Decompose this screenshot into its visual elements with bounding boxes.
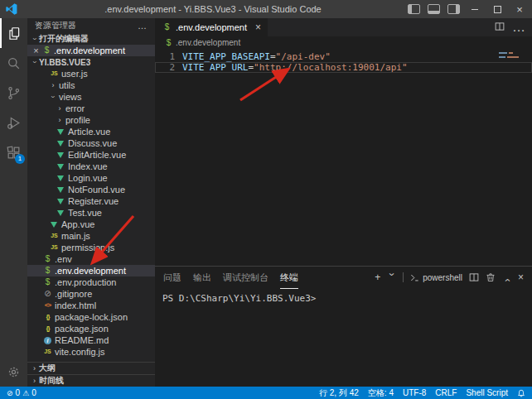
chevron-right-icon: › <box>30 377 39 385</box>
source-control-icon[interactable] <box>0 78 27 108</box>
tree-file-Test.vue[interactable]: Test.vue <box>27 207 155 219</box>
timeline-label: 时间线 <box>39 375 64 387</box>
tree-item-label: error <box>65 103 85 113</box>
tree-folder-views[interactable]: ›views <box>27 91 155 103</box>
timeline-section[interactable]: › 时间线 <box>27 374 155 387</box>
code-editor[interactable]: 1VITE_APP_BASEAPI="/api-dev"2VITE_APP_UR… <box>155 49 532 266</box>
explorer-icon[interactable] <box>0 18 27 48</box>
breadcrumb[interactable]: $ .env.development <box>155 36 532 49</box>
editor-group: $ .env.development × … $ .env.developmen… <box>155 18 532 387</box>
tree-item-label: Article.vue <box>68 127 110 137</box>
breadcrumb-item[interactable]: .env.development <box>176 38 240 47</box>
tree-file-App.vue[interactable]: App.vue <box>27 219 155 230</box>
run-debug-icon[interactable] <box>0 108 27 137</box>
indentation[interactable]: 空格: 4 <box>368 387 394 399</box>
code-line-2[interactable]: 2VITE_APP_URL="http://localhost:19001/ap… <box>155 62 532 73</box>
tree-item-label: Discuss.vue <box>68 138 117 148</box>
code-line-1[interactable]: 1VITE_APP_BASEAPI="/api-dev" <box>155 51 532 62</box>
tree-item-label: package.json <box>55 324 109 334</box>
tree-file-package-lock.json[interactable]: {}package-lock.json <box>27 311 155 323</box>
env-file-icon: $ <box>42 254 53 264</box>
language-mode[interactable]: Shell Script <box>466 388 508 397</box>
tree-item-label: Login.vue <box>68 173 108 183</box>
code-lines: 1VITE_APP_BASEAPI="/api-dev"2VITE_APP_UR… <box>155 51 532 73</box>
extensions-icon[interactable]: 1 <box>0 137 27 167</box>
panel-tab-调试控制台[interactable]: 调试控制台 <box>223 267 268 289</box>
chevron-right-icon: › <box>30 364 39 373</box>
settings-gear-icon[interactable] <box>0 357 27 387</box>
close-window-button[interactable]: × <box>512 1 527 17</box>
tree-file-Article.vue[interactable]: Article.vue <box>27 126 155 137</box>
chevron-down-icon: › <box>49 93 57 101</box>
more-editor-actions-icon[interactable]: … <box>512 20 525 35</box>
env-value: "http://localhost:19001/api" <box>254 62 407 73</box>
sidebar-more-actions-icon[interactable]: … <box>138 21 148 31</box>
terminal-dropdown-icon[interactable]: › <box>386 273 398 282</box>
sidebar-header: 资源管理器 … <box>27 18 155 33</box>
terminal-output[interactable]: PS D:\CSharp\Yi\Yi.BBS.Vue3> <box>155 288 532 387</box>
tree-item-label: vite.config.js <box>55 347 105 357</box>
open-editor-item-env-development[interactable]: × $ .env.development <box>27 45 155 56</box>
search-icon[interactable] <box>0 48 27 78</box>
tree-item-label: package-lock.json <box>55 312 128 322</box>
tab-env-development[interactable]: $ .env.development × <box>155 18 268 36</box>
tree-file-README.md[interactable]: iREADME.md <box>27 334 155 346</box>
minimap[interactable] <box>499 52 527 60</box>
tree-file-vite.config.js[interactable]: JSvite.config.js <box>27 346 155 358</box>
kill-terminal-icon[interactable] <box>486 272 496 282</box>
tree-folder-profile[interactable]: ›profile <box>27 114 155 126</box>
eol[interactable]: CRLF <box>435 388 457 397</box>
open-editor-label: .env.development <box>54 46 125 55</box>
notifications-bell-icon[interactable] <box>517 389 525 397</box>
tree-folder-utils[interactable]: ›utils <box>27 79 155 91</box>
tree-file-index.html[interactable]: <>index.html <box>27 300 155 311</box>
tree-file-EditArticle.vue[interactable]: EditArticle.vue <box>27 149 155 161</box>
close-editor-icon[interactable]: × <box>31 46 41 55</box>
split-editor-icon[interactable] <box>495 20 505 35</box>
tree-file-user.js[interactable]: JSuser.js <box>27 68 155 79</box>
panel-tab-输出[interactable]: 输出 <box>193 267 211 289</box>
tree-file-permission.js[interactable]: JSpermission.js <box>27 242 155 253</box>
problems-status[interactable]: ⊘ 0 ⚠ 0 <box>7 388 36 397</box>
panel-tabs: 问题输出调试控制台终端 <box>163 267 310 288</box>
tree-file-.env.development[interactable]: $.env.development <box>27 265 155 276</box>
extensions-badge: 1 <box>15 154 25 164</box>
vue-file-icon <box>57 129 64 135</box>
tree-folder-error[interactable]: ›error <box>27 103 155 114</box>
tree-file-Index.vue[interactable]: Index.vue <box>27 161 155 172</box>
new-terminal-icon[interactable]: + <box>375 272 380 283</box>
split-terminal-icon[interactable] <box>469 272 479 282</box>
close-tab-icon[interactable]: × <box>255 22 261 33</box>
project-root-section[interactable]: › YI.BBS.VUE3 <box>27 56 155 68</box>
toggle-sidebar-icon[interactable] <box>408 4 420 14</box>
encoding[interactable]: UTF-8 <box>403 388 426 397</box>
tree-item-label: .env <box>55 254 72 264</box>
toggle-panel-icon[interactable] <box>428 4 440 14</box>
tree-file-.env[interactable]: $.env <box>27 253 155 265</box>
tree-file-.gitignore[interactable]: ⊘.gitignore <box>27 288 155 300</box>
cursor-position[interactable]: 行 2, 列 42 <box>319 387 359 399</box>
outline-section[interactable]: › 大纲 <box>27 362 155 374</box>
tree-file-Login.vue[interactable]: Login.vue <box>27 172 155 184</box>
panel-tab-终端[interactable]: 终端 <box>280 267 298 289</box>
shell-selector[interactable]: powershell <box>410 273 462 282</box>
open-editors-section[interactable]: › 打开的编辑器 <box>27 33 155 45</box>
tree-item-label: utils <box>59 80 75 90</box>
toggle-secondary-sidebar-icon[interactable] <box>447 4 460 14</box>
tree-file-package.json[interactable]: {}package.json <box>27 323 155 334</box>
minimize-button[interactable] <box>467 1 482 17</box>
maximize-button[interactable] <box>490 1 505 17</box>
project-root-label: YI.BBS.VUE3 <box>39 58 90 67</box>
md-file-icon: i <box>44 337 51 344</box>
maximize-panel-icon[interactable]: › <box>501 273 512 282</box>
tree-file-NotFound.vue[interactable]: NotFound.vue <box>27 184 155 195</box>
panel-tab-问题[interactable]: 问题 <box>163 267 181 289</box>
tree-file-Discuss.vue[interactable]: Discuss.vue <box>27 137 155 149</box>
env-file-icon: $ <box>42 277 53 287</box>
tree-file-main.js[interactable]: JSmain.js <box>27 230 155 242</box>
tree-file-Register.vue[interactable]: Register.vue <box>27 195 155 207</box>
close-panel-icon[interactable]: × <box>518 272 524 283</box>
chevron-right-icon: › <box>56 104 64 113</box>
activity-bar-spacer <box>0 167 27 357</box>
tree-file-.env.production[interactable]: $.env.production <box>27 276 155 288</box>
